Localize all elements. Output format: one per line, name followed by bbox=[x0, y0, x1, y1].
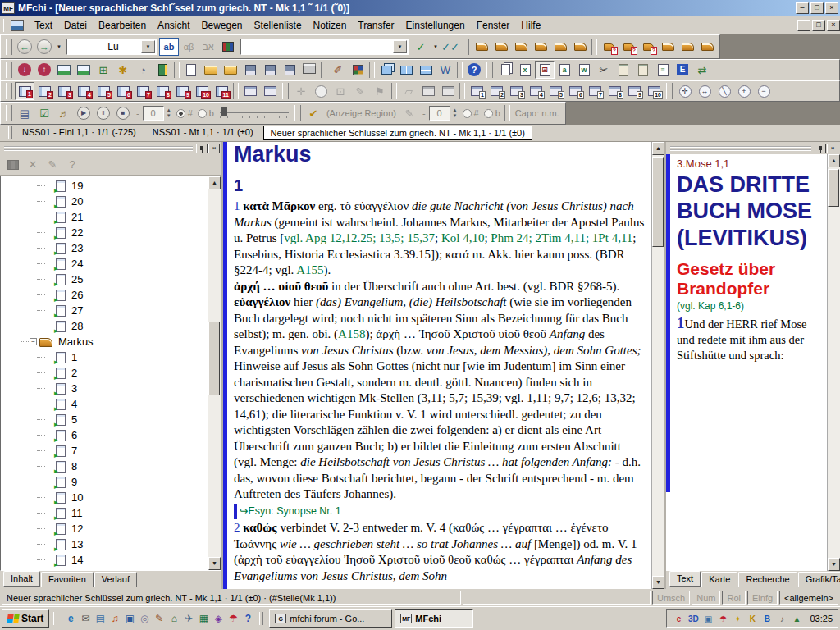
greek-text-button[interactable]: αβ bbox=[179, 38, 199, 56]
book-slot-7-button[interactable] bbox=[658, 38, 678, 56]
window-icon[interactable]: ▣ bbox=[122, 610, 137, 627]
translation-combo[interactable]: Lu bbox=[66, 39, 157, 55]
edit-button[interactable]: ✎ bbox=[43, 156, 62, 174]
tree-item[interactable]: 27 bbox=[1, 303, 208, 318]
tree-item[interactable]: 3 bbox=[1, 381, 208, 396]
mdi-restore-button[interactable]: □ bbox=[812, 20, 825, 31]
region-2-button[interactable]: 2 bbox=[34, 82, 54, 100]
tile-vertical-button[interactable] bbox=[396, 61, 416, 79]
toolbar-button[interactable] bbox=[233, 83, 239, 99]
sharp-radio[interactable]: # bbox=[174, 104, 195, 122]
menu-item[interactable]: Fenster bbox=[471, 17, 516, 34]
table-9-button[interactable]: 9 bbox=[624, 82, 644, 100]
edit-pencil-button[interactable]: ✎ bbox=[350, 82, 370, 100]
figures-button[interactable]: ✱ bbox=[113, 61, 133, 79]
book-slot-3-button[interactable] bbox=[511, 38, 531, 56]
tray-bluetooth-icon[interactable]: B bbox=[760, 612, 774, 625]
pause-button[interactable]: ‖ bbox=[94, 104, 113, 122]
tray-key-icon[interactable]: ✦ bbox=[731, 612, 744, 625]
lexicon-scrollbar[interactable]: ▲ ▼ bbox=[651, 142, 664, 589]
bible-scrollbar[interactable]: ▲ ▼ bbox=[827, 154, 840, 571]
close-icon[interactable]: × bbox=[208, 144, 220, 153]
close-icon[interactable]: × bbox=[827, 144, 838, 153]
panel-tab[interactable]: Verlauf bbox=[94, 572, 137, 587]
panel-tab[interactable]: Inhalt bbox=[3, 571, 40, 587]
menu-item[interactable]: Notizen bbox=[308, 17, 353, 34]
menu-item[interactable]: Hilfe bbox=[515, 17, 546, 34]
tree-item[interactable]: − Markus bbox=[1, 334, 208, 349]
tree-item[interactable]: 13 bbox=[1, 536, 208, 552]
toolbar-button[interactable] bbox=[6, 62, 12, 78]
capo-minus-label[interactable]: - bbox=[419, 104, 429, 122]
select-rect-button[interactable]: ⊡ bbox=[331, 82, 350, 100]
umbrella-icon[interactable]: ☂ bbox=[226, 610, 240, 627]
save-copy-button[interactable] bbox=[280, 61, 299, 79]
tree-item[interactable]: 24 bbox=[1, 256, 208, 272]
mdi-minimize-button[interactable]: – bbox=[797, 20, 810, 31]
cascade-windows-button[interactable] bbox=[377, 61, 396, 79]
toolbar-button[interactable] bbox=[486, 62, 493, 78]
tree-item[interactable]: 4 bbox=[1, 396, 208, 412]
help-qicon[interactable]: ? bbox=[240, 610, 255, 627]
tree-item[interactable]: 14 bbox=[1, 552, 208, 568]
quicklaunch-grip[interactable] bbox=[53, 612, 57, 625]
import-button[interactable]: ↓ bbox=[15, 61, 34, 79]
tray-ebay-icon[interactable]: e bbox=[672, 612, 685, 625]
zoom-move-button[interactable]: ✛ bbox=[675, 82, 695, 100]
maximize-button[interactable]: □ bbox=[810, 2, 824, 14]
panel-tab[interactable]: Karte bbox=[701, 572, 737, 587]
region-5-button[interactable]: 5 bbox=[94, 82, 113, 100]
cd-icon[interactable]: ◎ bbox=[137, 610, 152, 627]
menu-item[interactable]: Transfer bbox=[352, 17, 399, 34]
gem-icon[interactable]: ◈ bbox=[211, 610, 226, 627]
ie-icon[interactable]: e bbox=[63, 610, 78, 627]
tabrow-grip[interactable] bbox=[8, 126, 12, 139]
copy-pages-button[interactable] bbox=[495, 61, 515, 79]
notes-document-button[interactable]: ▤ bbox=[15, 104, 34, 122]
tree-scrollbar[interactable]: ▲ ▼ bbox=[208, 176, 221, 570]
table-8-button[interactable]: 8 bbox=[605, 82, 624, 100]
menu-item[interactable]: Datei bbox=[58, 17, 93, 34]
toolbar-button[interactable] bbox=[6, 83, 12, 99]
tree-item[interactable]: 10 bbox=[1, 490, 208, 505]
tree-item[interactable]: 28 bbox=[1, 318, 208, 334]
region-6-button[interactable]: 6 bbox=[113, 82, 133, 100]
book-slot-9-button[interactable] bbox=[697, 38, 717, 56]
toolbar-button[interactable] bbox=[6, 105, 12, 121]
scroll-up-icon[interactable]: ▲ bbox=[652, 142, 664, 155]
table-check-button[interactable] bbox=[418, 82, 438, 100]
table-5-button[interactable]: 5 bbox=[546, 82, 565, 100]
exit-button[interactable] bbox=[153, 61, 172, 79]
write-chords-button[interactable]: ✎ bbox=[399, 104, 419, 122]
region-3-button[interactable]: 3 bbox=[54, 82, 74, 100]
table-2-button[interactable]: 2 bbox=[486, 82, 506, 100]
tree-item[interactable]: 25 bbox=[1, 272, 208, 287]
menu-item[interactable]: Ansicht bbox=[152, 17, 195, 34]
pin-icon[interactable] bbox=[815, 144, 826, 153]
region-10-button[interactable]: 10 bbox=[192, 82, 212, 100]
edit-icon[interactable]: ✎ bbox=[152, 610, 167, 627]
tools-button[interactable]: ✐ bbox=[328, 61, 348, 79]
tempo-slider[interactable] bbox=[217, 106, 292, 121]
zoom-line-button[interactable]: ╲ bbox=[714, 82, 734, 100]
tray-antivirus-icon[interactable]: ☂ bbox=[716, 612, 729, 625]
back-button[interactable]: ← bbox=[15, 38, 34, 56]
book-slot-6-button[interactable] bbox=[570, 38, 590, 56]
go-dropdown[interactable]: ▼ bbox=[431, 38, 441, 56]
cut-button[interactable]: ✂ bbox=[594, 61, 614, 79]
capo-sharp-radio[interactable]: # bbox=[460, 104, 482, 122]
home-icon[interactable]: ⌂ bbox=[167, 610, 181, 627]
lexicon-document[interactable]: Markus 1 1 κατὰ Μᾶρκον erg. τὸ εὐαγγέλιο… bbox=[227, 142, 651, 589]
table-edit-button[interactable] bbox=[438, 82, 458, 100]
history-dropdown[interactable]: ▼ bbox=[54, 38, 64, 56]
desktop-icon[interactable]: ▤ bbox=[93, 610, 107, 627]
tree-item[interactable]: 7 bbox=[1, 443, 208, 459]
paste-special-button[interactable] bbox=[633, 61, 653, 79]
table-1-button[interactable]: 1 bbox=[467, 82, 486, 100]
transpose-label[interactable]: - bbox=[133, 104, 143, 122]
editor-button[interactable]: E bbox=[673, 61, 692, 79]
tree-item[interactable]: 22 bbox=[1, 225, 208, 240]
plane-icon[interactable]: ✈ bbox=[181, 610, 196, 627]
book-slot-1-button[interactable] bbox=[472, 38, 491, 56]
print-button[interactable] bbox=[299, 61, 319, 79]
